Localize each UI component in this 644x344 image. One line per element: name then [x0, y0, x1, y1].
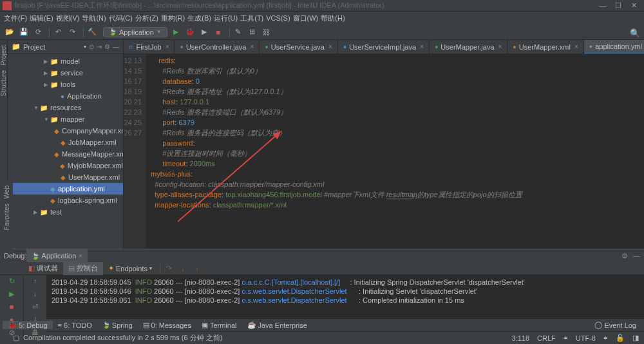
tree-item[interactable]: ◆JobMapper.xml [8, 137, 123, 148]
menu-item[interactable]: 重构(R) [161, 14, 185, 23]
editor-tab[interactable]: ●UserMapper.java× [430, 40, 507, 54]
tree-item[interactable]: ◆application.yml [8, 183, 123, 195]
undo-icon[interactable]: ↶ [52, 26, 64, 38]
debug-app-tab[interactable]: 🍃 Application × [26, 249, 87, 262]
inspector-icon[interactable]: ◨ [632, 334, 639, 342]
web-tool-button[interactable]: Web [3, 186, 10, 198]
step-into-icon[interactable]: ↓ [177, 263, 189, 274]
run-icon[interactable]: ▶ [170, 26, 182, 38]
editor-tab[interactable]: ●UserMapper.xml× [507, 40, 583, 54]
editor-tab[interactable]: ●UserController.java× [175, 40, 260, 54]
menu-item[interactable]: 生成(B) [187, 14, 211, 23]
tree-item[interactable]: ▶📁tools [8, 79, 123, 90]
close-button[interactable]: ✕ [626, 1, 641, 10]
menu-item[interactable]: 视图(V) [56, 14, 80, 23]
step-over-icon[interactable]: ↷ [163, 263, 175, 274]
rerun-icon[interactable]: ↻ [6, 277, 17, 289]
gear-icon[interactable]: ⚙ [621, 252, 628, 260]
caret-position[interactable]: 3:118 [512, 334, 530, 342]
status-square-icon[interactable]: ▢ [13, 334, 19, 342]
tree-item[interactable]: ◆MyjobMapper.xml [8, 160, 123, 171]
menu-item[interactable]: 工具(T) [240, 14, 263, 23]
structure-tool-button[interactable]: Structure [0, 70, 7, 97]
menu-item[interactable]: 编辑(E) [30, 14, 53, 23]
project-panel: 📁 Project ▾ ⊙ ⇥ ⚙ — ▶📁model▶📁service▶📁to… [8, 40, 124, 249]
menu-item[interactable]: 文件(F) [4, 14, 27, 23]
file-encoding[interactable]: UTF-8 [576, 334, 596, 342]
debug-bottom-tab[interactable]: 🐞5:Debug [3, 321, 53, 329]
editor-tabs: mFirstJob×●UserController.java×●UserServ… [124, 40, 644, 54]
menu-item[interactable]: 代码(C) [109, 14, 133, 23]
line-separator[interactable]: CRLF [537, 334, 556, 342]
app-icon [3, 1, 12, 10]
minimize-icon[interactable]: — [633, 252, 640, 260]
tree-item[interactable]: ◆logback-spring.xml [8, 195, 123, 206]
redo-icon[interactable]: ↷ [66, 26, 78, 38]
wand-icon[interactable]: ✎ [232, 26, 244, 38]
debug-panel: Debug: 🍃 Application × ⚙ — ◧调试器 ▤控制台 ✦En… [0, 249, 644, 318]
project-tool-button[interactable]: Project [0, 45, 7, 65]
leaf-icon: 🍃 [109, 28, 117, 35]
soft-wrap-icon[interactable]: ⏎ [30, 303, 41, 314]
menu-item[interactable]: 窗口(W) [293, 14, 319, 23]
resume-icon[interactable]: ▶ [6, 290, 17, 301]
spring-bottom-tab[interactable]: 🍃Spring [97, 321, 138, 329]
target-icon[interactable]: ⊙ [89, 43, 94, 50]
tree-item[interactable]: ◆UserMapper.xml [8, 171, 123, 183]
tree-item[interactable]: ▼📁resources [8, 102, 123, 113]
favorites-tool-button[interactable]: Favorites [3, 204, 10, 230]
event-log-button[interactable]: ◯Event Log [589, 321, 641, 329]
editor-tab[interactable]: mFirstJob× [124, 40, 175, 54]
maximize-button[interactable]: ☐ [611, 1, 626, 10]
javaee-bottom-tab[interactable]: ☕Java Enterprise [242, 321, 312, 329]
tree-item[interactable]: ●Application [8, 90, 123, 102]
collapse-icon[interactable]: ⇥ [97, 43, 102, 50]
debug-label: Debug: [4, 252, 26, 260]
menu-item[interactable]: 导航(N) [82, 14, 106, 23]
status-message: Compilation completed successfully in 2 … [23, 333, 222, 343]
stop-icon[interactable]: ■ [213, 26, 224, 38]
lock-icon[interactable]: 🔓 [616, 334, 625, 342]
console-tab[interactable]: ▤控制台 [63, 262, 103, 275]
debug-icon[interactable]: 🐞 [184, 26, 196, 38]
editor-tab[interactable]: ●UserService.java× [260, 40, 337, 54]
terminal-bottom-tab[interactable]: ▣Terminal [196, 321, 242, 329]
editor-tab[interactable]: ●application.yml× [584, 40, 644, 54]
settings-icon[interactable]: ⚙ [104, 43, 110, 50]
tree-item[interactable]: ▶📁test [8, 206, 123, 218]
console-output[interactable]: 2019-04-29 18:58:59.045 INFO 26060 --- [… [46, 275, 644, 341]
todo-bottom-tab[interactable]: ≡6:TODO [53, 321, 97, 329]
minimize-button[interactable]: — [595, 2, 611, 10]
search-icon[interactable]: 🔍 [630, 28, 640, 38]
editor-tab[interactable]: ●UserServiceImpl.java× [338, 40, 430, 54]
coverage-icon[interactable]: ▶ [198, 26, 210, 38]
open-icon[interactable]: 📂 [4, 26, 15, 38]
hammer-icon[interactable]: 🔨 [86, 26, 98, 38]
down-icon[interactable]: ↓ [30, 290, 41, 301]
title-bar: firstjob [F:\javaEE-IDEA工作环境\firstjob] -… [0, 0, 644, 12]
window-title: firstjob [F:\javaEE-IDEA工作环境\firstjob] -… [14, 1, 384, 10]
up-icon[interactable]: ↑ [30, 277, 41, 289]
tree-item[interactable]: ◆MessageMapper.xml [8, 148, 123, 160]
menu-item[interactable]: VCS(S) [266, 14, 290, 22]
settings-icon[interactable]: ⛓ [261, 26, 272, 38]
menu-item[interactable]: 运行(U) [214, 14, 238, 23]
save-icon[interactable]: 💾 [18, 26, 30, 38]
endpoints-tab[interactable]: ✦Endpoints ▾ [103, 262, 157, 275]
menu-item[interactable]: 帮助(H) [321, 14, 345, 23]
refresh-icon[interactable]: ⟳ [32, 26, 44, 38]
menu-bar: 文件(F)编辑(E)视图(V)导航(N)代码(C)分析(Z)重构(R)生成(B)… [0, 12, 644, 24]
tree-item[interactable]: ▶📁service [8, 67, 123, 79]
step-out-icon[interactable]: ↑ [191, 263, 203, 274]
tree-item[interactable]: ▶📁model [8, 55, 123, 67]
tree-item[interactable]: ◆CompanyMapper.xml [8, 125, 123, 137]
tree-item[interactable]: ▼📁mapper [8, 113, 123, 125]
debugger-tab[interactable]: ◧调试器 [23, 262, 63, 275]
hide-icon[interactable]: — [113, 43, 119, 50]
stop-icon[interactable]: ■ [6, 303, 17, 314]
profiler-icon[interactable]: ⊞ [247, 26, 258, 38]
messages-bottom-tab[interactable]: ▤0:Messages [138, 321, 196, 329]
menu-item[interactable]: 分析(Z) [135, 14, 158, 23]
run-config-selector[interactable]: 🍃 Application ▼ [103, 27, 167, 37]
editor[interactable]: 12 13 14 15 16 17 18 19 20 21 22 23 24 2… [124, 54, 644, 249]
